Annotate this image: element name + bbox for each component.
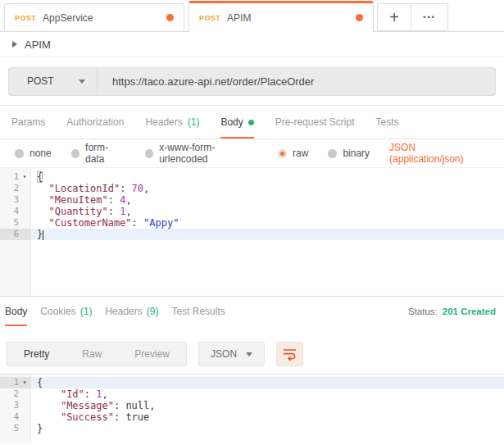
response-body-editor[interactable]: 1▾{2 "Id": 1,3 "Message": null,4 "Succes… bbox=[0, 374, 504, 443]
request-body-editor[interactable]: 1▾{2 "LocationId": 70,3 "MenuItem": 4,4 … bbox=[0, 167, 504, 297]
method-badge: POST bbox=[15, 14, 36, 22]
line-number: 5 bbox=[0, 217, 19, 229]
method-badge: POST bbox=[199, 14, 220, 22]
headers-count-badge: (9) bbox=[147, 306, 159, 317]
tab-label: Tests bbox=[375, 116, 398, 128]
line-number: 4 bbox=[0, 411, 19, 423]
collection-name: APIM bbox=[25, 39, 51, 51]
status-badge: 201 Created bbox=[443, 307, 496, 316]
tab-label: Body bbox=[5, 306, 27, 317]
method-value: POST bbox=[27, 75, 79, 87]
code-line[interactable]: 1▾{ bbox=[0, 377, 504, 388]
code-text: } bbox=[31, 423, 504, 434]
tab-label: Cookies bbox=[40, 306, 75, 317]
code-line[interactable]: 5} bbox=[0, 423, 504, 434]
response-format-dropdown[interactable]: JSON bbox=[198, 342, 265, 366]
gutter-cell: 3 bbox=[0, 400, 31, 411]
view-raw-button[interactable]: Raw bbox=[66, 348, 118, 360]
gutter-cell: 6 bbox=[0, 229, 31, 240]
mode-binary[interactable]: binary bbox=[328, 148, 370, 159]
gutter-cell: 2 bbox=[0, 183, 31, 194]
fold-arrow-icon[interactable]: ▾ bbox=[19, 171, 30, 183]
code-line[interactable]: 3 "MenuItem": 4, bbox=[0, 194, 504, 206]
code-line[interactable]: 5 "CustomerName": "Appy" bbox=[0, 217, 504, 229]
tab-title: APIM bbox=[227, 12, 251, 24]
radio-selected-icon bbox=[278, 149, 287, 158]
code-line[interactable]: 3 "Message": null, bbox=[0, 400, 504, 411]
response-tab-body[interactable]: Body bbox=[5, 297, 27, 326]
mode-none[interactable]: none bbox=[15, 148, 52, 159]
gutter-cell: 1▾ bbox=[0, 377, 31, 388]
code-text: "MenuItem": 4, bbox=[31, 194, 504, 206]
tab-tests[interactable]: Tests bbox=[375, 106, 398, 138]
tab-label: Test Results bbox=[171, 306, 225, 317]
code-line[interactable]: 6} bbox=[0, 229, 504, 240]
wrap-text-icon bbox=[283, 347, 297, 361]
response-tab-headers[interactable]: Headers (9) bbox=[105, 297, 158, 326]
line-number: 4 bbox=[0, 206, 19, 217]
gutter-cell: 5 bbox=[0, 217, 31, 229]
request-tab-apim[interactable]: POST APIM bbox=[188, 1, 374, 32]
request-tab-bar: Params Authorization Headers (1) Body Pr… bbox=[0, 106, 504, 139]
radio-icon bbox=[145, 149, 153, 158]
tab-params[interactable]: Params bbox=[11, 106, 45, 138]
tab-headers[interactable]: Headers (1) bbox=[145, 106, 199, 138]
radio-icon bbox=[328, 149, 337, 158]
collapse-arrow-icon bbox=[12, 41, 17, 48]
chevron-down-icon bbox=[246, 352, 252, 356]
chevron-down-icon bbox=[79, 79, 85, 84]
gutter-cell: 5 bbox=[0, 423, 31, 434]
gutter-cell: 2 bbox=[0, 388, 31, 400]
collection-header[interactable]: APIM bbox=[0, 32, 504, 57]
mode-label: binary bbox=[343, 148, 370, 159]
body-mode-bar: none form-data x-www-form-urlencoded raw… bbox=[0, 139, 504, 167]
tab-body[interactable]: Body bbox=[220, 106, 253, 138]
code-line[interactable]: 4 "Success": true bbox=[0, 411, 504, 423]
view-segmented-control: Pretty Raw Preview bbox=[7, 342, 187, 366]
tab-label: Pre-request Script bbox=[275, 116, 355, 128]
code-text: "Id": 1, bbox=[31, 388, 504, 400]
code-text: { bbox=[31, 171, 504, 183]
mode-label: x-www-form-urlencoded bbox=[159, 142, 258, 165]
response-tab-test-results[interactable]: Test Results bbox=[171, 297, 225, 326]
gutter-cell: 3 bbox=[0, 194, 31, 206]
code-line[interactable]: 2 "LocationId": 70, bbox=[0, 183, 504, 194]
gutter-cell: 4 bbox=[0, 206, 31, 217]
mode-label: form-data bbox=[85, 142, 125, 165]
request-url-section: POST https://taco.azure-api.net/order/Pl… bbox=[0, 57, 504, 106]
content-type-selector[interactable]: JSON (application/json) bbox=[389, 142, 489, 165]
tab-options-button[interactable]: ••• bbox=[411, 4, 447, 30]
tab-actions: + ••• bbox=[377, 3, 448, 31]
tab-pre-request-script[interactable]: Pre-request Script bbox=[275, 106, 355, 138]
mode-label: none bbox=[30, 148, 52, 159]
url-input[interactable]: https://taco.azure-api.net/order/PlaceOr… bbox=[98, 68, 495, 95]
method-dropdown[interactable]: POST bbox=[9, 68, 98, 95]
request-tab-appservice[interactable]: POST AppService bbox=[4, 3, 184, 31]
view-preview-button[interactable]: Preview bbox=[118, 348, 186, 360]
text-cursor bbox=[43, 230, 43, 240]
fold-arrow-icon[interactable]: ▾ bbox=[19, 377, 30, 388]
new-tab-button[interactable]: + bbox=[378, 4, 411, 30]
mode-x-www-form-urlencoded[interactable]: x-www-form-urlencoded bbox=[145, 142, 258, 165]
code-line[interactable]: 4 "Quantity": 1, bbox=[0, 206, 504, 217]
code-text: "Success": true bbox=[31, 411, 504, 423]
tab-label: Authorization bbox=[66, 116, 124, 128]
unsaved-indicator-dot bbox=[356, 14, 363, 21]
view-pretty-button[interactable]: Pretty bbox=[7, 348, 66, 360]
response-view-controls: Pretty Raw Preview JSON bbox=[0, 334, 504, 374]
mode-form-data[interactable]: form-data bbox=[71, 142, 125, 165]
headers-count-badge: (1) bbox=[188, 116, 200, 128]
code-text: { bbox=[31, 377, 504, 388]
tab-label: Headers bbox=[105, 306, 142, 317]
code-text: "LocationId": 70, bbox=[31, 183, 504, 194]
code-line[interactable]: 2 "Id": 1, bbox=[0, 388, 504, 400]
response-tab-cookies[interactable]: Cookies (1) bbox=[40, 297, 92, 326]
body-present-dot bbox=[248, 120, 254, 125]
code-text: "CustomerName": "Appy" bbox=[31, 217, 504, 229]
line-number: 1 bbox=[0, 377, 19, 388]
tab-authorization[interactable]: Authorization bbox=[66, 106, 124, 138]
wrap-text-button[interactable] bbox=[276, 342, 303, 366]
mode-raw[interactable]: raw bbox=[278, 148, 308, 159]
code-line[interactable]: 1▾{ bbox=[0, 171, 504, 183]
mode-label: raw bbox=[293, 148, 308, 159]
